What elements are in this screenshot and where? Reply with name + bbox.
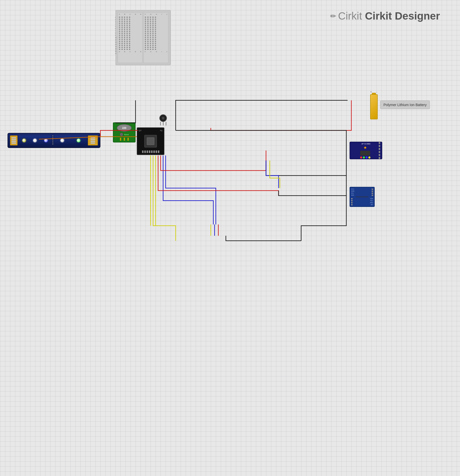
imu-pin-1: [379, 142, 380, 144]
accel-scl-pin: [372, 193, 373, 194]
imu-sensor: AP IS-9960 ★: [350, 142, 382, 159]
led-pin-1: [12, 137, 16, 138]
wire-red-imu: [161, 150, 266, 171]
wire-black-left: [115, 100, 136, 123]
accel-scl-label: SCL: [351, 192, 354, 194]
board-pin-5: [151, 150, 153, 153]
accel-gnd-label: GND: [351, 190, 354, 192]
accel-pin-labels-right: XDA XCL ADO INT: [351, 198, 373, 205]
accel-sda-pin: [372, 195, 373, 196]
main-board-qt: QT: [139, 129, 142, 132]
imu-chip: [360, 151, 370, 156]
imu-led-yellow: [368, 156, 370, 158]
battery-body-wrapper: + -: [370, 90, 378, 119]
main-board-pins: [142, 150, 159, 153]
led-pin-4: [12, 142, 16, 144]
led-strip: [8, 133, 100, 148]
led-bulb-5: [77, 139, 80, 142]
board-pin-7: [156, 150, 157, 153]
imu-led-red: [360, 156, 362, 158]
accel-xda-label: XDA: [370, 198, 373, 199]
imu-pin-5: [379, 154, 380, 156]
imu-pin-3: [379, 148, 380, 150]
t-pin-3: [166, 122, 166, 125]
wire-blue-2: [166, 155, 216, 224]
main-board-chip: [144, 135, 157, 147]
transistor: [158, 114, 168, 127]
accel-vcc-pin: [372, 189, 373, 190]
accel-int-pin: [351, 204, 353, 205]
t-pin-1: [160, 122, 161, 125]
battery-component: + - Polymer Lithium Ion Battery: [370, 90, 430, 119]
battery-label: Polymer Lithium Ion Battery: [380, 101, 430, 109]
accel-xda-pin: [351, 198, 353, 199]
breadboard: ABCDE ABCDE: [115, 10, 171, 65]
imu-body: ★: [352, 145, 379, 158]
led-right-connector: [88, 135, 98, 145]
battery-body: [370, 94, 378, 119]
imu-pin-2: [379, 145, 380, 147]
wire-black-oled: [226, 236, 301, 241]
main-chip: [147, 137, 154, 145]
inductor-symbol: 220: [117, 124, 132, 132]
accel-pin-labels: VCC GND SCL SDA: [351, 188, 373, 196]
wire-black-imu-gnd: [266, 161, 346, 176]
led-bulb-4: [60, 139, 64, 142]
wire-black-top: [176, 100, 348, 130]
accel-sda-label: SDA: [351, 194, 354, 196]
wire-red-main: [211, 100, 351, 130]
transistor-pins: [160, 122, 166, 125]
wire-black-right: [176, 130, 346, 241]
accel-sensor: VCC GND SCL SDA XDA XCL ADO: [350, 187, 375, 207]
boost-converter: 220 Boost: [113, 122, 136, 142]
board-pin-3: [147, 150, 148, 153]
board-pin-8: [158, 150, 159, 153]
led-bulb-1: [22, 139, 26, 142]
led-pin-2: [12, 139, 16, 140]
breadboard-left: ABCDE ABCDE: [118, 12, 143, 63]
board-pin-6: [153, 150, 155, 153]
accel-vcc-label: VCC: [351, 188, 354, 190]
wire-blue-1: [163, 155, 213, 224]
imu-pins: [379, 142, 380, 159]
imu-led-blue: [366, 156, 368, 158]
led-bulb-2: [33, 139, 37, 142]
led-pin-3: [12, 141, 16, 142]
main-board-py: Py: [160, 129, 162, 132]
circuit-wires: [0, 0, 460, 476]
wire-blue-imu-accel: [266, 161, 279, 188]
led-rpin-2: [91, 139, 95, 140]
inductor-coil: [120, 133, 123, 136]
accel-int-label: INT: [371, 204, 373, 205]
imu-pin-6: [379, 157, 380, 159]
board-pin-2: [144, 150, 146, 153]
inductor-label: 220: [122, 127, 126, 129]
led-rpin-3: [91, 141, 95, 142]
wire-red-accel: [158, 155, 279, 196]
imu-led-green: [363, 156, 365, 158]
led-bulb-3: [44, 139, 48, 142]
boost-pin-2: [124, 138, 125, 141]
transistor-body: [159, 114, 167, 122]
accel-chip: [356, 197, 368, 197]
board-pin-1: [142, 150, 144, 153]
imu-label-text: AP IS-9960: [361, 143, 370, 145]
boost-sublabel: Boost: [124, 134, 129, 135]
wire-yellow-imu-accel: [270, 161, 280, 188]
accel-ado-label: ADO: [370, 202, 373, 203]
imu-pin-4: [379, 151, 380, 153]
boost-pins: [120, 138, 129, 141]
accel-gnd-pin: [372, 191, 373, 192]
led-left-connector: [10, 135, 18, 145]
accel-xcl-label: XCL: [370, 200, 373, 201]
logo-text: Cirkit Cirkit Designer: [338, 10, 440, 22]
battery-text: Polymer Lithium Ion Battery: [383, 103, 427, 107]
boost-pin-3: [127, 138, 129, 141]
boost-pin-1: [120, 138, 121, 141]
bb-row-numbers-left: 1234567891011121314151617: [115, 13, 117, 54]
main-board-top-label: QT Py: [139, 129, 162, 132]
imu-leds: [360, 156, 370, 158]
breadboard-right: FGHIJ FGHIJ: [144, 12, 168, 63]
led-cut-mark: [52, 135, 53, 145]
led-rpin-1: [91, 137, 95, 138]
